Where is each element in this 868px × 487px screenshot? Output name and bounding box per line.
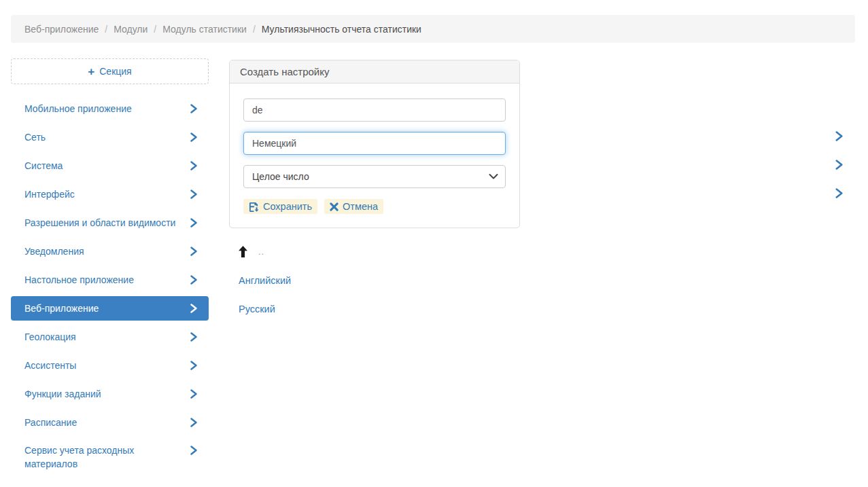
chevron-right-icon bbox=[190, 446, 198, 455]
sidebar-item-label: Функции заданий bbox=[24, 387, 101, 401]
breadcrumb-item-modules[interactable]: Модули bbox=[114, 24, 147, 35]
sidebar-item-task-functions[interactable]: Функции заданий bbox=[11, 382, 209, 406]
setting-type-select[interactable]: Целое число bbox=[243, 165, 506, 188]
sidebar-item-assistants[interactable]: Ассистенты bbox=[11, 353, 209, 378]
breadcrumb-item-web-app[interactable]: Веб-приложение bbox=[24, 24, 99, 35]
sidebar-item-geolocation[interactable]: Геолокация bbox=[11, 325, 209, 349]
chevron-right-icon bbox=[190, 418, 198, 427]
sidebar-item-notifications[interactable]: Уведомления bbox=[11, 239, 209, 264]
create-setting-panel: Создать настройку Целое число Сохранить bbox=[229, 60, 520, 228]
sidebar-item-web-app[interactable]: Веб-приложение bbox=[11, 296, 209, 321]
chevron-right-icon bbox=[190, 218, 198, 228]
chevron-right-icon bbox=[190, 304, 198, 313]
row-chevron-icon[interactable] bbox=[835, 131, 844, 141]
save-button[interactable]: Сохранить bbox=[243, 199, 317, 214]
row-chevron-icon[interactable] bbox=[835, 188, 844, 198]
sidebar-item-label: Веб-приложение bbox=[24, 302, 99, 315]
sidebar-item-label: Разрешения и области видимости bbox=[24, 216, 175, 230]
sidebar-item-label: Система bbox=[24, 159, 63, 173]
sidebar-item-label: Расписание bbox=[24, 416, 77, 429]
row-chevron-icon[interactable] bbox=[835, 160, 844, 170]
sidebar-item-consumables-service[interactable]: Сервис учета расходных материалов bbox=[11, 439, 209, 475]
chevron-right-icon bbox=[190, 361, 198, 370]
setting-code-input[interactable] bbox=[243, 98, 506, 122]
breadcrumb: Веб-приложение / Модули / Модуль статист… bbox=[11, 15, 855, 43]
chevron-right-icon bbox=[190, 332, 198, 342]
sidebar-item-label: Сеть bbox=[24, 130, 46, 144]
cancel-button-label: Отмена bbox=[343, 201, 378, 212]
plus-icon: + bbox=[88, 66, 94, 77]
breadcrumb-current: Мультиязычность отчета статистики bbox=[262, 24, 421, 35]
list-item-english[interactable]: Английский bbox=[239, 275, 291, 286]
sidebar-item-label: Мобильное приложение bbox=[24, 102, 132, 115]
chevron-right-icon bbox=[190, 132, 198, 142]
chevron-right-icon bbox=[190, 389, 198, 399]
panel-buttons: Сохранить Отмена bbox=[243, 199, 506, 214]
sidebar-item-interface[interactable]: Интерфейс bbox=[11, 182, 209, 206]
chevron-right-icon bbox=[190, 247, 198, 256]
sidebar-item-mobile-app[interactable]: Мобильное приложение bbox=[11, 96, 209, 121]
breadcrumb-item-stats-module[interactable]: Модуль статистики bbox=[162, 24, 247, 35]
go-up-label: .. bbox=[258, 247, 264, 257]
breadcrumb-separator: / bbox=[154, 24, 156, 35]
breadcrumb-separator: / bbox=[105, 24, 107, 35]
sidebar-item-permissions[interactable]: Разрешения и области видимости bbox=[11, 211, 209, 235]
add-section-button[interactable]: + Секция bbox=[11, 58, 209, 84]
save-icon bbox=[249, 202, 259, 212]
chevron-right-icon bbox=[190, 161, 198, 170]
sidebar-item-label: Настольное приложение bbox=[24, 273, 134, 287]
breadcrumb-separator: / bbox=[253, 24, 256, 35]
sidebar-item-schedule[interactable]: Расписание bbox=[11, 410, 209, 435]
sidebar-item-label: Уведомления bbox=[24, 245, 84, 258]
sidebar: + Секция Мобильное приложение Сеть Систе… bbox=[11, 58, 209, 480]
setting-name-input[interactable] bbox=[243, 132, 506, 155]
sidebar-item-desktop-app[interactable]: Настольное приложение bbox=[11, 268, 209, 292]
add-section-label: Секция bbox=[99, 66, 131, 77]
cancel-button[interactable]: Отмена bbox=[324, 199, 383, 214]
sidebar-item-label: Ассистенты bbox=[24, 359, 76, 372]
chevron-right-icon bbox=[190, 190, 198, 199]
close-icon bbox=[330, 202, 338, 211]
chevron-right-icon bbox=[190, 104, 198, 113]
panel-title: Создать настройку bbox=[230, 60, 519, 84]
sidebar-item-system[interactable]: Система bbox=[11, 154, 209, 178]
save-button-label: Сохранить bbox=[263, 201, 312, 212]
setting-type-select-wrap: Целое число bbox=[243, 165, 506, 188]
list-item-russian[interactable]: Русский bbox=[239, 304, 275, 314]
panel-body: Целое число Сохранить Отмена bbox=[230, 84, 519, 228]
chevron-right-icon bbox=[190, 275, 198, 285]
sidebar-item-label: Сервис учета расходных материалов bbox=[24, 444, 183, 471]
go-up-item[interactable]: .. bbox=[239, 246, 264, 257]
arrow-up-icon bbox=[239, 246, 247, 257]
sidebar-item-label: Геолокация bbox=[24, 330, 76, 344]
sidebar-item-label: Интерфейс bbox=[24, 187, 75, 201]
sidebar-item-network[interactable]: Сеть bbox=[11, 125, 209, 149]
